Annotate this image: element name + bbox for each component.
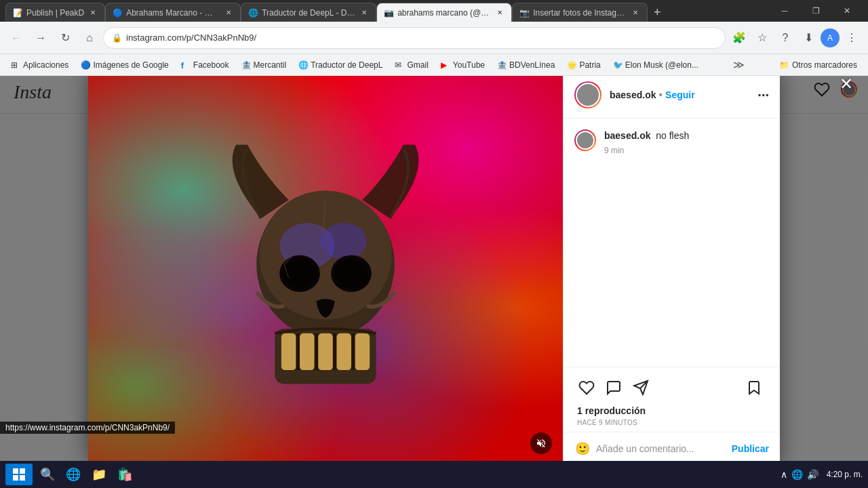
url-bar[interactable]: 🔒 instagram.com/p/CNN3akPnNb9/ — [103, 27, 726, 49]
url-text: instagram.com/p/CNN3akPnNb9/ — [126, 33, 717, 43]
folder-icon: 📁 — [779, 60, 789, 70]
tray-up-arrow[interactable]: ∧ — [781, 469, 787, 480]
start-button[interactable] — [5, 464, 33, 485]
bookmark-deepl[interactable]: 🌐 Traductor de DeepL — [293, 57, 388, 73]
comment-input[interactable] — [596, 443, 732, 454]
home-button[interactable]: ⌂ — [79, 27, 100, 49]
title-bar: 📝 Publish | PeakD ✕ 🔵 Abrahams Marcano -… — [0, 0, 868, 22]
separator-dot: • — [658, 89, 663, 101]
tab-2[interactable]: 🔵 Abrahams Marcano - @baes... ✕ — [105, 3, 241, 22]
caption-username[interactable]: baesed.ok — [604, 130, 650, 141]
bookmark-aplicaciones-label: Aplicaciones — [23, 60, 68, 70]
bookmark-bdvenlinea[interactable]: 🏦 BDVenLínea — [492, 57, 560, 73]
caption-body: baesed.ok no flesh 9 min — [604, 129, 769, 155]
clock[interactable]: 4:20 p. m. — [827, 470, 863, 479]
bookmarks-more-button[interactable]: ≫ — [730, 57, 747, 73]
tab-5[interactable]: 📷 Insertar fotos de Instagram e... ✕ — [512, 3, 648, 22]
help-button[interactable]: ? — [774, 27, 796, 49]
svg-rect-15 — [315, 333, 318, 370]
lock-icon: 🔒 — [112, 33, 122, 43]
tab-2-close[interactable]: ✕ — [224, 8, 233, 18]
reload-button[interactable]: ↻ — [54, 27, 76, 49]
more-options-button[interactable]: ··· — [757, 87, 769, 103]
bookmark-gmail[interactable]: ✉ Gmail — [389, 57, 433, 73]
skull-artwork — [231, 145, 420, 403]
tray-network[interactable]: 🌐 — [791, 469, 803, 480]
star-button[interactable]: ☆ — [751, 27, 773, 49]
post-actions: 1 reproducción HACE 9 MINUTOS — [564, 367, 780, 432]
tab-1[interactable]: 📝 Publish | PeakD ✕ — [5, 3, 105, 22]
svg-rect-17 — [351, 333, 355, 370]
tab-4-close[interactable]: ✕ — [495, 8, 505, 18]
post-comments: baesed.ok no flesh 9 min — [564, 119, 780, 367]
tab-1-label: Publish | PeakD — [26, 8, 84, 18]
extensions-button[interactable]: 🧩 — [728, 27, 750, 49]
bookmark-elon-label: Elon Musk (@elon... — [625, 60, 698, 70]
taskbar-search[interactable]: 🔍 — [35, 462, 60, 487]
close-button[interactable]: ✕ — [831, 0, 863, 22]
save-button[interactable] — [742, 375, 766, 400]
tray-volume[interactable]: 🔊 — [807, 469, 818, 480]
bdvenlinea-favicon: 🏦 — [497, 60, 507, 70]
svg-rect-21 — [20, 468, 25, 474]
taskbar-store[interactable]: 🛍️ — [113, 462, 137, 487]
tab-2-label: Abrahams Marcano - @baes... — [126, 8, 220, 18]
publish-button[interactable]: Publicar — [732, 443, 769, 454]
bookmark-facebook[interactable]: f Facebook — [176, 57, 235, 73]
bookmark-youtube-label: YouTube — [453, 60, 485, 70]
post-username[interactable]: baesed.ok — [610, 89, 656, 100]
address-bar: ← → ↻ ⌂ 🔒 instagram.com/p/CNN3akPnNb9/ 🧩… — [0, 22, 868, 54]
taskbar-explorer[interactable]: 📁 — [87, 462, 111, 487]
share-button[interactable] — [629, 375, 653, 400]
profile-button[interactable]: A — [821, 28, 840, 47]
tab-3-label: Traductor de DeepL - Deep... — [262, 8, 355, 18]
post-author-avatar — [574, 81, 601, 108]
modal-overlay[interactable]: baesed.ok • Seguir ··· — [0, 76, 868, 461]
deepl-favicon: 🌐 — [298, 60, 308, 70]
new-tab-button[interactable]: + — [648, 3, 667, 22]
like-button[interactable] — [574, 375, 599, 400]
bookmark-mercantil[interactable]: 🏦 Mercantil — [236, 57, 292, 73]
other-bookmarks[interactable]: 📁 Otros marcadores — [774, 57, 863, 73]
tab-4[interactable]: 📷 abrahams marcano (@baes... ✕ — [376, 3, 512, 22]
bookmark-patria[interactable]: 🌟 Patria — [561, 57, 606, 73]
modal-close-button[interactable]: ✕ — [835, 76, 857, 95]
svg-rect-9 — [281, 333, 296, 370]
post-header: baesed.ok • Seguir ··· — [564, 76, 780, 119]
bookmark-elon[interactable]: 🐦 Elon Musk (@elon... — [608, 57, 704, 73]
tab-1-close[interactable]: ✕ — [88, 8, 98, 18]
tab-5-close[interactable]: ✕ — [631, 8, 640, 18]
browser-actions: 🧩 ☆ ? ⬇ A ⋮ — [728, 27, 863, 49]
tab-3-close[interactable]: ✕ — [359, 8, 369, 18]
facebook-favicon: f — [181, 60, 191, 70]
bookmark-google-images[interactable]: 🔵 Imágenes de Google — [75, 57, 174, 73]
minimize-button[interactable]: ─ — [769, 0, 800, 22]
downloads-button[interactable]: ⬇ — [797, 27, 819, 49]
bookmark-aplicaciones[interactable]: ⊞ Aplicaciones — [5, 57, 74, 73]
tab-1-favicon: 📝 — [13, 8, 22, 18]
post-image-canvas — [88, 76, 563, 461]
mute-button[interactable] — [530, 432, 552, 454]
emoji-button[interactable]: 🙂 — [574, 441, 591, 457]
window-controls: ─ ❐ ✕ — [769, 0, 863, 22]
svg-rect-11 — [318, 333, 333, 370]
follow-button[interactable]: Seguir — [665, 89, 695, 100]
svg-point-7 — [335, 259, 368, 288]
maximize-button[interactable]: ❐ — [800, 0, 831, 22]
clock-time: 4:20 p. m. — [827, 470, 863, 479]
comment-button[interactable] — [601, 375, 626, 400]
svg-rect-13 — [355, 333, 370, 370]
tab-3[interactable]: 🌐 Traductor de DeepL - Deep... ✕ — [241, 3, 376, 22]
caption-time: 9 min — [604, 146, 769, 155]
svg-rect-20 — [13, 468, 18, 474]
forward-button[interactable]: → — [30, 27, 52, 49]
bookmark-patria-label: Patria — [579, 60, 600, 70]
menu-button[interactable]: ⋮ — [841, 27, 863, 49]
post-info-side: baesed.ok • Seguir ··· — [563, 76, 780, 461]
back-button[interactable]: ← — [5, 27, 27, 49]
taskbar-edge[interactable]: 🌐 — [61, 462, 85, 487]
bookmark-youtube[interactable]: ▶ YouTube — [435, 57, 490, 73]
bookmarks-bar: ⊞ Aplicaciones 🔵 Imágenes de Google f Fa… — [0, 54, 868, 76]
caption-avatar-image — [576, 131, 595, 150]
tab-3-favicon: 🌐 — [248, 8, 258, 18]
